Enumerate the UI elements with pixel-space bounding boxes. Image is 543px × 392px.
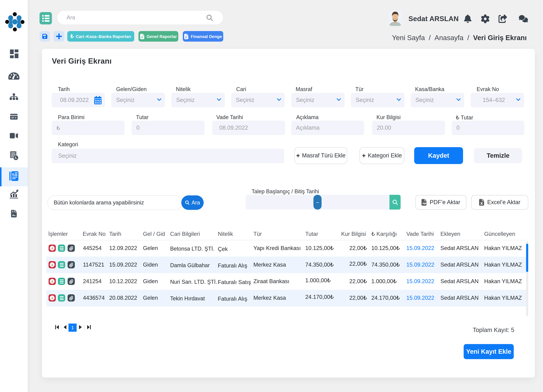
svg-text:₺: ₺ xyxy=(15,156,17,160)
svg-text:₺: ₺ xyxy=(12,172,15,177)
